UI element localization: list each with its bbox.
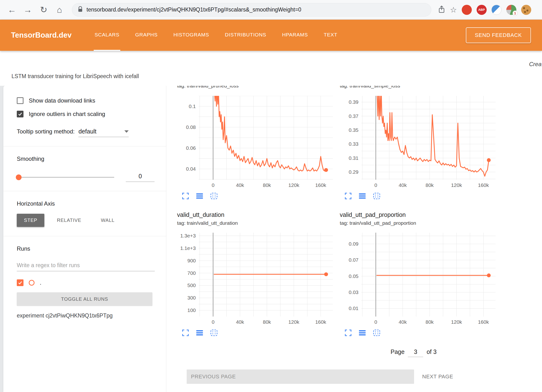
tab-histograms[interactable]: HISTOGRAMS <box>173 20 210 51</box>
forward-icon[interactable]: → <box>21 5 35 15</box>
chart-head: valid_pruned_loss tag: train/valid_prune… <box>177 86 333 96</box>
chart-card: valid_pruned_loss tag: train/valid_prune… <box>177 86 333 201</box>
app-logo[interactable]: TensorBoard.dev <box>11 31 72 40</box>
blue-extension-icon[interactable] <box>491 5 502 15</box>
svg-text:160k: 160k <box>315 182 326 188</box>
run-color-circle[interactable] <box>29 280 35 286</box>
created-text: Crea <box>529 61 542 68</box>
pagination: Page of 3 <box>391 348 542 357</box>
svg-text:80k: 80k <box>426 319 434 325</box>
home-icon[interactable]: ⌂ <box>53 5 66 15</box>
settings-sidebar: Show data download links Ignore outliers… <box>3 86 166 392</box>
svg-text:0: 0 <box>375 319 377 325</box>
tab-text[interactable]: TEXT <box>323 20 338 51</box>
tooltip-sorting-select[interactable]: default <box>78 128 129 137</box>
data-table-icon[interactable] <box>358 193 366 199</box>
svg-text:80k: 80k <box>426 182 434 188</box>
svg-text:0.05: 0.05 <box>349 273 358 279</box>
chart-toolbar <box>177 191 333 201</box>
smoothing-slider[interactable] <box>17 177 114 178</box>
svg-text:0: 0 <box>375 182 377 188</box>
fit-domain-icon[interactable] <box>210 329 218 336</box>
previous-page-button[interactable]: PREVIOUS PAGE <box>187 369 414 384</box>
divider <box>3 236 166 236</box>
svg-text:80k: 80k <box>263 182 271 188</box>
chart-head: valid_utt_pad_proportion tag: train/vali… <box>340 208 496 226</box>
svg-text:80k: 80k <box>263 319 271 325</box>
data-table-icon[interactable] <box>196 193 203 199</box>
svg-text:0.08: 0.08 <box>186 124 196 130</box>
expand-chart-icon[interactable] <box>182 192 189 200</box>
svg-text:160k: 160k <box>478 182 489 188</box>
svg-text:300: 300 <box>187 295 196 300</box>
refresh-icon[interactable]: ↻ <box>37 5 50 15</box>
svg-text:1.3e+3: 1.3e+3 <box>180 233 196 238</box>
chart-toolbar <box>340 328 496 338</box>
svg-text:900: 900 <box>187 258 196 263</box>
svg-text:160k: 160k <box>315 319 326 325</box>
send-feedback-button[interactable]: SEND FEEDBACK <box>466 27 531 43</box>
svg-text:120k: 120k <box>288 182 299 188</box>
svg-text:0.39: 0.39 <box>349 99 358 105</box>
cookie-extension-icon[interactable] <box>521 5 531 15</box>
svg-text:1.1e+3: 1.1e+3 <box>180 245 196 251</box>
run-checkbox[interactable] <box>17 279 23 286</box>
chevron-down-icon <box>124 130 129 133</box>
horizontal-axis-label: Horizontal Axis <box>17 200 155 207</box>
tab-scalars[interactable]: SCALARS <box>94 20 121 51</box>
ignore-outliers-checkbox[interactable] <box>17 111 23 117</box>
chart-head: valid_simple_loss tag: train/valid_simpl… <box>340 86 496 96</box>
app-header: TensorBoard.dev SCALARS GRAPHS HISTOGRAM… <box>0 20 542 51</box>
page-number-input[interactable] <box>408 348 423 357</box>
show-download-row: Show data download links <box>17 97 155 104</box>
tab-distributions[interactable]: DISTRIBUTIONS <box>224 20 267 51</box>
fit-domain-icon[interactable] <box>373 329 381 336</box>
extension-badge: 1 <box>513 11 518 16</box>
fit-domain-icon[interactable] <box>210 192 218 200</box>
expand-chart-icon[interactable] <box>182 329 189 336</box>
address-bar[interactable]: tensorboard.dev/experiment/cj2vtPiwQHKN9… <box>72 3 431 17</box>
show-download-checkbox[interactable] <box>17 97 23 104</box>
tab-hparams[interactable]: HPARAMS <box>281 20 309 51</box>
chart-tag: tag: train/valid_simple_loss <box>340 86 400 89</box>
svg-text:700: 700 <box>187 270 196 276</box>
smoothing-value[interactable]: 0 <box>126 173 155 182</box>
svg-text:500: 500 <box>187 282 196 288</box>
fit-domain-icon[interactable] <box>373 192 381 200</box>
horizontal-axis-buttons: STEP RELATIVE WALL <box>17 214 155 227</box>
runs-label: Runs <box>17 245 155 252</box>
svg-text:120k: 120k <box>451 319 462 325</box>
data-table-icon[interactable] <box>196 329 203 336</box>
abp-extension-icon[interactable]: ABP <box>477 5 487 15</box>
adblock-extension-icon[interactable] <box>462 5 472 15</box>
content-area: Show data download links Ignore outliers… <box>0 86 542 392</box>
chart-card: valid_utt_duration tag: train/valid_utt_… <box>177 208 333 338</box>
experiment-id: experiment cj2vtPiwQHKN9Q1tx6PTpg <box>17 312 155 319</box>
data-table-icon[interactable] <box>358 329 366 336</box>
axis-step-button[interactable]: STEP <box>17 214 44 227</box>
runs-filter-input[interactable] <box>17 261 155 271</box>
chart-tag: tag: train/valid_utt_duration <box>177 220 333 226</box>
tab-graphs[interactable]: GRAPHS <box>134 20 159 51</box>
left-gutter <box>0 86 3 392</box>
svg-text:40k: 40k <box>236 182 244 188</box>
browser-toolbar: ← → ↻ ⌂ tensorboard.dev/experiment/cj2vt… <box>0 0 542 20</box>
divider <box>3 191 166 191</box>
next-page-button[interactable]: NEXT PAGE <box>422 374 453 380</box>
tooltip-sorting-label: Tooltip sorting method: <box>17 128 75 135</box>
expand-chart-icon[interactable] <box>345 329 352 336</box>
bookmark-star-icon[interactable]: ☆ <box>450 5 457 14</box>
back-icon[interactable]: ← <box>5 5 19 15</box>
smoothing-slider-row: 0 <box>17 173 155 182</box>
svg-text:0.03: 0.03 <box>349 289 358 295</box>
toggle-all-runs-button[interactable]: TOGGLE ALL RUNS <box>17 292 152 306</box>
share-icon[interactable] <box>438 5 445 14</box>
chart-head: valid_utt_duration tag: train/valid_utt_… <box>177 208 333 226</box>
expand-chart-icon[interactable] <box>345 192 352 200</box>
chart-tag: tag: train/valid_utt_pad_proportion <box>340 220 496 226</box>
chart-plot: 0.290.310.330.350.370.39040k80k120k160k <box>340 96 496 188</box>
smoothing-slider-thumb[interactable] <box>16 174 22 180</box>
axis-relative-button[interactable]: RELATIVE <box>50 214 88 227</box>
axis-wall-button[interactable]: WALL <box>94 214 122 227</box>
pie-extension-icon[interactable]: 1 <box>506 5 516 15</box>
